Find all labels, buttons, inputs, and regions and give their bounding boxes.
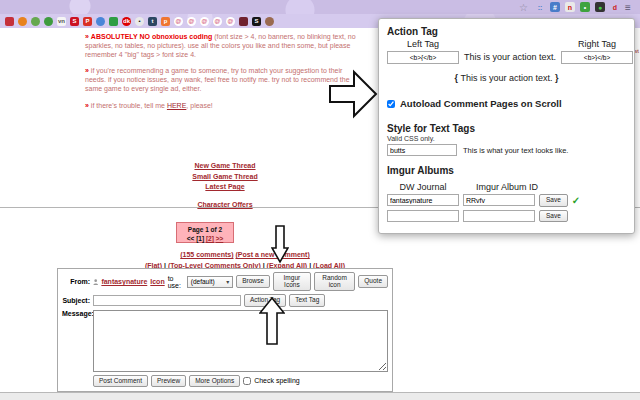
favicon-dw-swirl[interactable]: @ (226, 17, 235, 26)
comment-count-link[interactable]: (155 comments) (180, 251, 233, 258)
favicon-glyph: @ (176, 18, 182, 24)
user-icon (93, 278, 98, 286)
random-icon-button[interactable]: Random icon (314, 272, 355, 291)
check-spelling-label: Check spelling (254, 377, 300, 384)
next-pages-link[interactable]: >> (216, 235, 224, 242)
left-tag-input[interactable] (387, 51, 459, 64)
autoload-checkbox[interactable] (387, 100, 395, 108)
pagination-box: Page 1 of 2 << [1] [2] >> (176, 222, 234, 243)
favicon-green-frog[interactable] (31, 17, 40, 26)
preview-text: This is your action text. (460, 73, 552, 83)
extension-table-icon[interactable]: # (550, 2, 560, 12)
dw-journal-input[interactable] (387, 194, 459, 206)
extension-glyph: d (613, 4, 617, 11)
favicon-glyph: @ (215, 18, 221, 24)
message-label: Message: (62, 310, 90, 317)
right-tag-label: Right Tag (561, 39, 633, 49)
favicon-red-shield[interactable] (5, 17, 14, 26)
dw-journal-input[interactable] (387, 210, 459, 222)
small-game-thread-link[interactable]: Small Game Thread (192, 172, 257, 183)
imgur-album-id-header: Imgur Album ID (464, 182, 550, 192)
favicon-s-black[interactable]: S (252, 17, 261, 26)
favicon-dw-swirl[interactable]: @ (174, 17, 183, 26)
imgur-icons-button[interactable]: Imgur Icons (273, 272, 311, 291)
favicon-vn[interactable]: vn (57, 17, 66, 26)
favicon-blue-drop[interactable] (96, 17, 105, 26)
subject-label: Subject: (62, 297, 90, 304)
save-button[interactable]: Save (539, 210, 568, 223)
latest-page-link[interactable]: Latest Page (205, 182, 244, 193)
text-tag-button[interactable]: Text Tag (289, 294, 325, 307)
post-comment-button[interactable]: Post Comment (93, 375, 148, 388)
imgur-album-id-input[interactable] (463, 210, 535, 222)
message-textarea[interactable] (93, 310, 388, 372)
username-link[interactable]: fantasynature (101, 278, 147, 285)
action-text-preview: { This is your action text. } (387, 73, 626, 83)
favicon-glyph: p (164, 18, 168, 24)
extension-noscript-icon[interactable]: n (565, 2, 575, 12)
community-rules: » ABSOLUTELY NO obnoxious coding (font s… (85, 32, 365, 117)
bookmark-star-icon[interactable]: ☆ (519, 2, 530, 13)
favicon-green-apple[interactable] (44, 17, 53, 26)
page-2-link[interactable]: [2] (206, 235, 214, 242)
action-tag-popup: Action Tag Left Tag This is your action … (378, 18, 635, 234)
extension-dots-icon[interactable]: :: (535, 2, 545, 12)
favicon-dw-swirl[interactable]: @ (213, 17, 222, 26)
imgur-album-id-input[interactable] (463, 194, 535, 206)
subject-input[interactable] (93, 295, 241, 306)
favicon-pa-red[interactable]: P (83, 17, 92, 26)
save-button[interactable]: Save (539, 194, 568, 207)
browser-toolbar: ☆ :: # n • ● d ≡ (0, 0, 640, 14)
favicon-orange-circle[interactable] (18, 17, 27, 26)
bullet: » (85, 33, 89, 40)
saved-check-icon: ✓ (572, 195, 580, 206)
favicon-glyph: @ (202, 18, 208, 24)
pagination-controls: << [1] [2] >> (177, 234, 233, 243)
here-link[interactable]: HERE (167, 102, 186, 109)
imgur-section-title: Imgur Albums (387, 165, 626, 176)
extension-bubble-icon[interactable]: • (580, 2, 590, 12)
quote-button[interactable]: Quote (358, 275, 388, 288)
favicon-glyph: @ (189, 18, 195, 24)
extension-glyph: • (584, 4, 586, 11)
favicon-dw-swirl[interactable]: @ (187, 17, 196, 26)
browser-window: ☆ :: # n • ● d ≡ vn S P dk • t p @ @ @ @… (0, 0, 640, 400)
style-section-title: Style for Text Tags (387, 123, 626, 134)
check-spelling-option: Check spelling (243, 377, 300, 385)
style-input[interactable] (387, 144, 457, 156)
extension-camera-icon[interactable]: ● (595, 2, 605, 12)
favicon-s-red[interactable]: S (70, 17, 79, 26)
extension-glyph: # (553, 4, 557, 11)
favicon-glyph: t (152, 18, 154, 24)
favicon-maroon[interactable] (239, 17, 248, 26)
style-preview-text: This is what your text looks like. (463, 146, 568, 155)
autoload-option: Autoload Comment Pages on Scroll (387, 98, 626, 109)
favicon-face-brown[interactable] (265, 17, 274, 26)
extension-script-d-icon[interactable]: d (610, 2, 620, 12)
favicon-glyph: • (138, 18, 140, 24)
up-arrow-annotation (259, 296, 285, 346)
character-offers-link[interactable]: Character Offers (197, 200, 252, 211)
more-options-button[interactable]: More Options (189, 375, 240, 388)
favicon-dk-circle[interactable]: dk (122, 17, 131, 26)
preview-button[interactable]: Preview (151, 375, 186, 388)
favicon-dw-swirl[interactable]: @ (200, 17, 209, 26)
favicon-panda[interactable]: • (135, 17, 144, 26)
browse-button[interactable]: Browse (236, 275, 270, 288)
icon-link[interactable]: Icon (150, 278, 164, 285)
autoload-label: Autoload Comment Pages on Scroll (400, 98, 562, 109)
favicon-green-leaf[interactable] (109, 17, 118, 26)
favicon-p-orange[interactable]: p (161, 17, 170, 26)
browser-menu-icon[interactable]: ≡ (625, 2, 636, 13)
subject-row: Subject: Action Tag Text Tag (62, 294, 388, 307)
right-tag-input[interactable] (561, 51, 633, 64)
favicon-glyph: P (85, 18, 89, 24)
new-game-thread-link[interactable]: New Game Thread (194, 161, 255, 172)
favicon-tumblr[interactable]: t (148, 17, 157, 26)
album-row: Save (387, 210, 626, 223)
action-text-hint: This is your action text. (464, 52, 556, 64)
favicon-glyph: S (72, 18, 76, 24)
from-label: From: (62, 278, 90, 285)
icon-select[interactable]: (default) ▾ (187, 276, 233, 288)
check-spelling-checkbox[interactable] (243, 377, 251, 385)
